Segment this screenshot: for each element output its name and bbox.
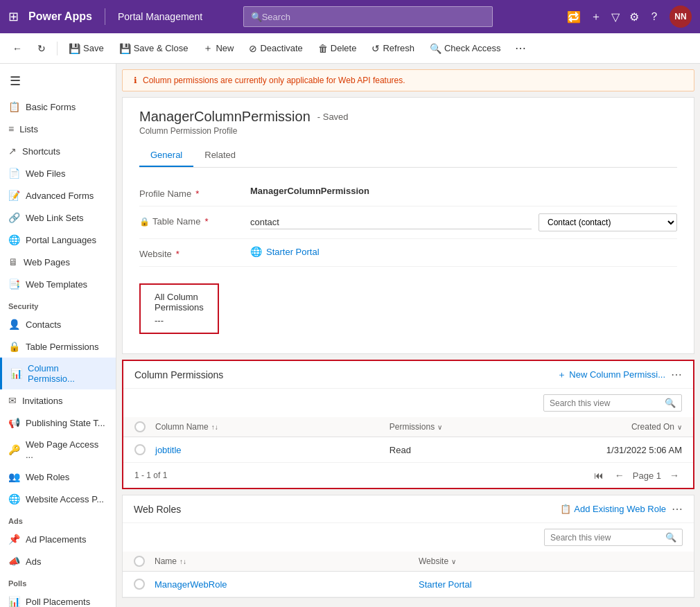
sidebar-item-ad-placements[interactable]: 📌 Ad Placements (0, 528, 116, 550)
sidebar-item-column-permissions[interactable]: 📊 Column Permissio... (0, 358, 116, 389)
web-roles-search-box[interactable]: 🔍 (544, 529, 683, 546)
table-row: ManagerWebRole Starter Portal (123, 572, 694, 597)
app-name: Power Apps (28, 10, 92, 23)
web-roles-search-bar: 🔍 (123, 523, 694, 552)
tab-general[interactable]: General (139, 144, 193, 167)
refresh-button[interactable]: ↺ Refresh (365, 39, 421, 58)
add-icon[interactable]: ＋ (590, 10, 602, 24)
add-existing-web-role-button[interactable]: 📋 Add Existing Web Role (560, 504, 666, 514)
ads-icon: 📣 (8, 556, 20, 567)
row-checkbox[interactable] (134, 444, 146, 455)
sidebar-item-invitations[interactable]: ✉ Invitations (0, 389, 116, 412)
sidebar-item-web-templates[interactable]: 📑 Web Templates (0, 273, 116, 295)
sidebar-item-label: Shortcuts (22, 146, 60, 157)
wr-name-header[interactable]: Name ↑↓ (155, 556, 419, 566)
sidebar-item-web-link-sets[interactable]: 🔗 Web Link Sets (0, 206, 116, 229)
sidebar-hamburger[interactable]: ☰ (0, 67, 116, 96)
col-date-header[interactable]: Created On ∨ (507, 422, 682, 432)
settings-icon[interactable]: ⚙ (629, 10, 639, 24)
sidebar-item-advanced-forms[interactable]: 📝 Advanced Forms (0, 184, 116, 206)
starter-portal-link[interactable]: Starter Portal (419, 579, 683, 590)
security-section-label: Security (0, 295, 116, 313)
jobtitle-link[interactable]: jobtitle (155, 445, 390, 455)
column-permissions-section: Column Permissions ＋ New Column Permissi… (122, 360, 694, 489)
prev-page-button[interactable]: ← (612, 468, 627, 482)
new-column-permission-button[interactable]: ＋ New Column Permissi... (557, 369, 665, 381)
sidebar-item-label: Portal Languages (26, 235, 96, 245)
wr-select-all[interactable] (134, 556, 145, 567)
sidebar-item-label: Web Page Access ... (26, 439, 107, 460)
sidebar-item-contacts[interactable]: 👤 Contacts (0, 313, 116, 335)
sidebar-item-ads[interactable]: 📣 Ads (0, 550, 116, 572)
manager-web-role-link[interactable]: ManagerWebRole (155, 579, 419, 590)
first-page-button[interactable]: ⏮ (591, 468, 606, 482)
website-link[interactable]: 🌐 Starter Portal (250, 246, 677, 257)
filter-icon[interactable]: ▽ (611, 10, 620, 24)
delete-button[interactable]: 🗑 Delete (311, 39, 364, 58)
sidebar-item-publishing-state[interactable]: 📢 Publishing State T... (0, 412, 116, 434)
back-icon: ← (12, 43, 22, 54)
sidebar-item-web-roles[interactable]: 👥 Web Roles (0, 466, 116, 488)
info-icon: ℹ (134, 76, 137, 85)
sidebar-item-web-page-access[interactable]: 🔑 Web Page Access ... (0, 434, 116, 466)
global-search-input[interactable] (262, 12, 485, 22)
all-col-perm-label: All Column Permissions (155, 292, 204, 313)
column-permissions-search-input[interactable] (550, 398, 660, 408)
check-access-button[interactable]: 🔍 Check Access (423, 39, 508, 58)
invitations-icon: ✉ (8, 395, 17, 406)
portal-languages-icon: 🌐 (8, 234, 20, 245)
back-button[interactable]: ← (6, 39, 29, 58)
row-created-on: 1/31/2022 5:06 AM (507, 445, 682, 455)
refresh-icon[interactable]: 🔁 (567, 10, 581, 24)
sidebar-item-label: Contacts (26, 319, 61, 330)
sort-icon-perm: ∨ (437, 423, 442, 431)
website-row: Website * 🌐 Starter Portal (139, 239, 677, 267)
polls-section-label: Polls (0, 572, 116, 590)
select-all-checkbox[interactable] (134, 421, 146, 432)
deactivate-button[interactable]: ⊘ Deactivate (242, 39, 309, 58)
save-button[interactable]: 💾 Save (62, 39, 111, 58)
col-perm-header[interactable]: Permissions ∨ (390, 422, 507, 432)
sidebar-item-web-pages[interactable]: 🖥 Web Pages (0, 251, 116, 273)
more-options-button[interactable]: ⋯ (509, 37, 532, 59)
sidebar-item-portal-languages[interactable]: 🌐 Portal Languages (0, 229, 116, 251)
column-permissions-title: Column Permissions (134, 369, 557, 380)
sidebar-item-label: Column Permissio... (28, 363, 107, 384)
pagination-range: 1 - 1 of 1 (134, 470, 167, 480)
sidebar-item-label: Publishing State T... (26, 418, 105, 428)
sidebar-item-shortcuts[interactable]: ↗ Shortcuts (0, 140, 116, 162)
col-name-header[interactable]: Column Name ↑↓ (155, 422, 390, 432)
column-permissions-search-box[interactable]: 🔍 (543, 394, 682, 412)
new-button[interactable]: ＋ New (196, 38, 240, 59)
sidebar-item-label: Poll Placements (26, 597, 90, 607)
globe-icon: 🌐 (250, 246, 262, 257)
main-layout: ☰ 📋 Basic Forms ≡ Lists ↗ Shortcuts 📄 We… (0, 64, 700, 607)
wr-sort-icon-site: ∨ (451, 558, 456, 565)
apps-grid-icon[interactable]: ⊞ (8, 9, 19, 24)
web-roles-search-input[interactable] (550, 533, 661, 543)
sidebar-item-website-access[interactable]: 🌐 Website Access P... (0, 488, 116, 510)
table-name-dropdown[interactable]: Contact (contact) (539, 213, 677, 231)
avatar[interactable]: NN (670, 6, 692, 28)
web-roles-header: Web Roles 📋 Add Existing Web Role ⋯ (123, 495, 694, 523)
website-access-icon: 🌐 (8, 493, 20, 504)
tab-related[interactable]: Related (193, 144, 247, 167)
search-icon: 🔍 (251, 12, 262, 22)
sidebar-item-web-files[interactable]: 📄 Web Files (0, 162, 116, 184)
column-permissions-more-button[interactable]: ⋯ (671, 368, 682, 381)
required-indicator: * (195, 188, 199, 199)
global-search-box[interactable]: 🔍 (243, 6, 493, 27)
sidebar-item-basic-forms[interactable]: 📋 Basic Forms (0, 96, 116, 118)
web-roles-actions: 📋 Add Existing Web Role ⋯ (560, 502, 683, 516)
help-icon[interactable]: ？ (649, 10, 660, 24)
web-roles-more-button[interactable]: ⋯ (672, 502, 683, 516)
sidebar-item-lists[interactable]: ≡ Lists (0, 118, 116, 140)
next-page-button[interactable]: → (667, 468, 682, 482)
save-close-button[interactable]: 💾 Save & Close (112, 39, 195, 58)
sidebar-item-table-permissions[interactable]: 🔒 Table Permissions (0, 335, 116, 358)
wr-website-header[interactable]: Website ∨ (419, 556, 683, 566)
wr-row-checkbox[interactable] (134, 579, 145, 590)
ad-placements-icon: 📌 (8, 534, 20, 545)
forward-button[interactable]: ↻ (30, 39, 53, 58)
sidebar-item-poll-placements[interactable]: 📊 Poll Placements (0, 590, 116, 607)
